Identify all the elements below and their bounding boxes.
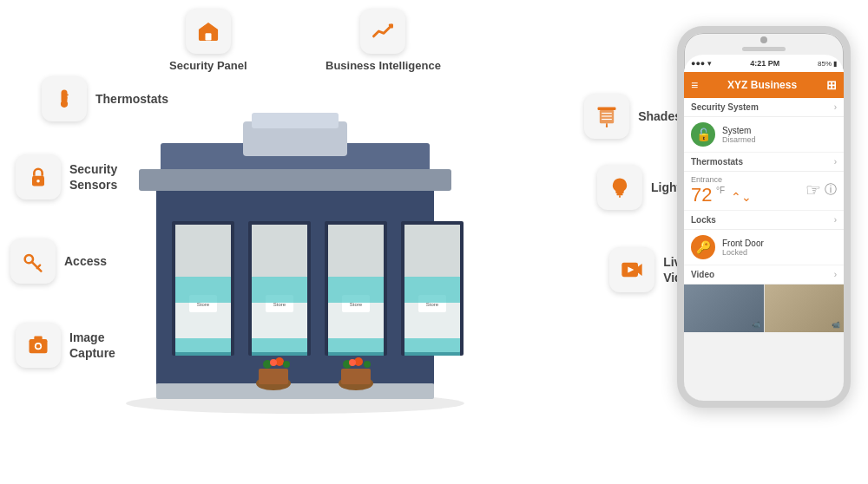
svg-rect-68 [341, 369, 371, 384]
svg-rect-55 [404, 277, 460, 303]
phone-status-bar: ●●● ▾ 4:21 PM 85% ▮ [684, 55, 844, 72]
thermostats-icon [42, 76, 87, 121]
svg-point-65 [270, 359, 277, 366]
menu-icon[interactable]: ≡ [691, 78, 698, 92]
svg-rect-22 [617, 193, 623, 195]
feature-security-panel: Security Panel [169, 9, 247, 73]
svg-rect-15 [600, 110, 614, 123]
locks-section-title: Locks [691, 215, 716, 225]
svg-point-71 [349, 359, 356, 366]
security-chevron-icon: › [834, 102, 837, 112]
video-thumb-2: 📹 [765, 285, 845, 332]
phone-video-section: Video › 📹 📹 [684, 265, 844, 332]
video-chevron-icon: › [834, 270, 837, 279]
status-time: 4:21 PM [750, 59, 779, 68]
security-sensors-icon [16, 154, 61, 199]
temp-unit: °F [716, 186, 725, 195]
shades-icon [584, 94, 629, 139]
live-video-icon [609, 247, 654, 292]
phone-speaker [742, 47, 786, 51]
svg-rect-12 [34, 337, 42, 341]
business-intelligence-icon [360, 9, 405, 54]
status-battery: 85% ▮ [818, 60, 837, 68]
svg-rect-60 [156, 383, 434, 399]
feature-shades: Shades [584, 94, 681, 139]
phone-app-header: ≡ XYZ Business ⊞ [684, 72, 844, 98]
thermostats-section-title: Thermostats [691, 157, 743, 167]
svg-point-20 [606, 126, 608, 128]
access-icon [10, 239, 56, 284]
status-signal: ●●● ▾ [691, 59, 712, 68]
locks-chevron-icon: › [834, 215, 837, 225]
svg-rect-56 [175, 338, 231, 356]
phone-header-action-icon[interactable]: ⊞ [826, 78, 837, 92]
svg-rect-29 [139, 169, 451, 191]
phone-body: ●●● ▾ 4:21 PM 85% ▮ ≡ XYZ Business ⊞ [677, 26, 851, 408]
thermostat-location: Entrance [691, 175, 806, 184]
svg-point-66 [283, 361, 290, 368]
phone-locks-section: Locks › 🔑 Front Door Locked [684, 211, 844, 265]
phone-front-camera [760, 36, 767, 43]
video-section-title: Video [691, 270, 714, 279]
svg-rect-0 [205, 33, 211, 40]
svg-point-2 [61, 101, 68, 108]
security-status-label: System [722, 126, 837, 135]
lock-status-value: Locked [722, 248, 837, 257]
svg-line-9 [37, 265, 41, 269]
lock-status-icon: 🔑 [691, 235, 715, 259]
lock-door-name: Front Door [722, 239, 837, 248]
thermostat-temp-display: 72 °F ⌃⌄ [691, 186, 806, 205]
svg-rect-31 [252, 113, 339, 128]
svg-rect-57 [252, 338, 307, 356]
svg-rect-58 [328, 338, 384, 356]
video-section-header[interactable]: Video › [684, 265, 844, 285]
svg-rect-14 [598, 108, 616, 111]
svg-rect-34 [175, 225, 231, 277]
shades-label: Shades [638, 108, 681, 124]
access-label: Access [64, 253, 107, 269]
feature-lights: Lights [597, 165, 687, 210]
svg-rect-62 [259, 369, 288, 384]
locks-section-content: 🔑 Front Door Locked [684, 230, 844, 265]
video-thumb-1: 📹 [684, 285, 765, 332]
thermostats-chevron-icon: › [834, 157, 837, 167]
security-status-value: Disarmed [722, 135, 837, 144]
svg-rect-39 [252, 225, 307, 277]
svg-rect-54 [328, 277, 384, 303]
feature-business-intelligence: Business Intelligence [326, 9, 441, 73]
feature-security-sensors: SecuritySensors [16, 154, 117, 199]
security-status-icon: 🔓 [691, 122, 715, 147]
phone-thermostats-section: Thermostats › Entrance 72 °F ⌃⌄ ☞ [684, 153, 844, 210]
video-thumbnails: 📹 📹 [684, 285, 844, 332]
security-panel-icon [186, 9, 231, 54]
hand-icon: ☞ [806, 180, 821, 200]
security-section-title: Security System [691, 102, 759, 112]
svg-rect-49 [404, 225, 460, 277]
security-section-content: 🔓 System Disarmed [684, 117, 844, 152]
info-icon[interactable]: ⓘ [825, 182, 837, 198]
phone-header-title: XYZ Business [727, 79, 797, 91]
phone-security-section: Security System › 🔓 System Disarmed [684, 98, 844, 152]
thermostats-section-header[interactable]: Thermostats › [684, 153, 844, 172]
feature-access: Access [10, 239, 107, 284]
security-section-header[interactable]: Security System › [684, 98, 844, 117]
security-text-block: System Disarmed [722, 126, 837, 144]
locks-text-block: Front Door Locked [722, 239, 837, 257]
svg-point-72 [364, 361, 371, 368]
temp-value: 72 [691, 184, 712, 206]
svg-rect-53 [252, 277, 307, 303]
main-container: Security Panel Business Intelligence The… [0, 0, 868, 484]
svg-rect-59 [404, 338, 460, 356]
building-illustration: Store Store Store Store [113, 69, 477, 416]
svg-rect-52 [175, 277, 231, 303]
locks-section-header[interactable]: Locks › [684, 211, 844, 230]
image-capture-label: ImageCapture [69, 330, 115, 361]
feature-image-capture: ImageCapture [16, 323, 115, 368]
svg-rect-44 [328, 225, 384, 277]
image-capture-icon [16, 323, 61, 368]
security-sensors-label: SecuritySensors [69, 161, 117, 193]
svg-point-6 [36, 180, 40, 183]
thermostat-left: Entrance 72 °F ⌃⌄ [691, 175, 806, 205]
lights-icon [597, 165, 642, 210]
temp-arrows-icon[interactable]: ⌃⌄ [731, 190, 752, 204]
